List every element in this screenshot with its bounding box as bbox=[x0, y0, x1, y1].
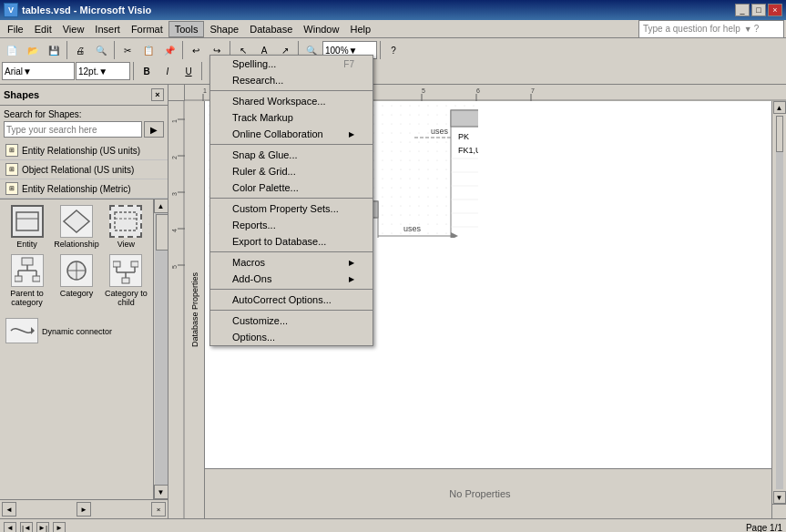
tb-underline[interactable]: U bbox=[179, 61, 199, 81]
tb-italic[interactable]: I bbox=[158, 61, 178, 81]
svg-text:2: 2 bbox=[171, 156, 178, 159]
tb-help[interactable]: ? bbox=[383, 40, 403, 60]
shape-category[interactable]: Category bbox=[52, 252, 101, 309]
menu-online-collaboration[interactable]: Online Collaboration ▶ bbox=[210, 126, 373, 142]
shared-workspace-label: Shared Workspace... bbox=[232, 96, 326, 107]
panel-close-x[interactable]: × bbox=[151, 502, 166, 517]
menu-options[interactable]: Options... bbox=[210, 329, 373, 345]
shapes-panel: Shapes × Search for Shapes: ▶ ⊞ Entity R… bbox=[0, 85, 168, 518]
menu-shared-workspace[interactable]: Shared Workspace... bbox=[210, 93, 373, 109]
page-first[interactable]: |◄ bbox=[20, 522, 33, 533]
menu-spelling[interactable]: Spelling... F7 bbox=[210, 56, 373, 72]
shape-parent-category[interactable]: Parent to category bbox=[4, 252, 50, 309]
menu-custom-property-sets[interactable]: Custom Property Sets... bbox=[210, 200, 373, 217]
shape-dynamic-connector[interactable]: Dynamic connector bbox=[4, 316, 149, 347]
font-selector[interactable]: Arial▼ bbox=[2, 62, 75, 80]
tb-copy[interactable]: 📋 bbox=[138, 40, 158, 60]
add-ons-label: Add-Ons bbox=[232, 273, 271, 284]
svg-text:5: 5 bbox=[171, 265, 178, 269]
menu-help[interactable]: Help bbox=[344, 22, 376, 36]
menu-track-markup[interactable]: Track Markup bbox=[210, 109, 373, 126]
close-button[interactable]: × bbox=[768, 4, 782, 16]
menu-format[interactable]: Format bbox=[126, 22, 168, 36]
help-search-arrow[interactable]: ▼ bbox=[744, 25, 752, 34]
db-properties-label: Database Properties bbox=[190, 272, 199, 347]
menu-ruler-grid[interactable]: Ruler & Grid... bbox=[210, 163, 373, 179]
menu-add-ons[interactable]: Add-Ons ▶ bbox=[210, 271, 373, 287]
svg-rect-53 bbox=[451, 110, 478, 238]
menu-edit[interactable]: Edit bbox=[29, 22, 57, 36]
size-selector[interactable]: 12pt.▼ bbox=[76, 62, 130, 80]
object-relational-label: Object Relational (US units) bbox=[22, 165, 134, 175]
tb-print[interactable]: 🖨 bbox=[70, 40, 90, 60]
tb-cut[interactable]: ✂ bbox=[117, 40, 138, 60]
tb-save[interactable]: 💾 bbox=[44, 40, 64, 60]
page-next[interactable]: ► bbox=[53, 522, 66, 533]
search-button[interactable]: ▶ bbox=[144, 121, 164, 138]
tb-new[interactable]: 📄 bbox=[2, 40, 22, 60]
shape-relationship[interactable]: Relationship bbox=[52, 203, 101, 251]
snap-glue-label: Snap & Glue... bbox=[232, 149, 298, 160]
tb-preview[interactable]: 🔍 bbox=[91, 40, 111, 60]
minimize-button[interactable]: _ bbox=[735, 4, 750, 16]
shape-list-entity-us[interactable]: ⊞ Entity Relationship (US units) bbox=[0, 141, 168, 160]
v-scroll-up[interactable]: ▲ bbox=[773, 101, 786, 114]
help-search-icon[interactable]: ? bbox=[754, 24, 760, 34]
db-properties-tab[interactable]: Database Properties bbox=[185, 101, 205, 518]
menu-reports[interactable]: Reports... bbox=[210, 217, 373, 233]
menu-snap-glue[interactable]: Snap & Glue... bbox=[210, 147, 373, 163]
svg-rect-11 bbox=[33, 276, 40, 281]
page-prev[interactable]: ◄ bbox=[4, 522, 16, 533]
svg-rect-39 bbox=[168, 101, 185, 518]
menu-tools[interactable]: Tools bbox=[168, 21, 205, 37]
tb-undo[interactable]: ↩ bbox=[186, 40, 206, 60]
shape-entity[interactable]: Entity bbox=[4, 203, 50, 251]
panel-nav-right[interactable]: ► bbox=[77, 502, 91, 517]
menu-view[interactable]: View bbox=[57, 22, 90, 36]
status-bar: ◄ |◄ ►| ► Page 1/1 bbox=[0, 518, 786, 532]
panel-close-button[interactable]: × bbox=[151, 88, 164, 101]
tb-open[interactable]: 📂 bbox=[23, 40, 43, 60]
svg-text:uses: uses bbox=[431, 127, 449, 136]
menu-file[interactable]: File bbox=[2, 22, 29, 36]
v-scroll-thumb[interactable] bbox=[776, 116, 783, 152]
tb-paste[interactable]: 📌 bbox=[159, 40, 179, 60]
panel-nav-left[interactable]: ◄ bbox=[2, 502, 16, 517]
v-scroll-down[interactable]: ▼ bbox=[773, 491, 786, 504]
menu-customize[interactable]: Customize... bbox=[210, 312, 373, 329]
shapes-scroll-up[interactable]: ▲ bbox=[154, 199, 168, 213]
object-relational-icon: ⊞ bbox=[5, 163, 18, 176]
export-database-label: Export to Database... bbox=[232, 236, 326, 247]
entity-label: Entity bbox=[16, 240, 37, 249]
dynamic-connector-label: Dynamic connector bbox=[42, 327, 112, 336]
shapes-scrollbar: ▲ ▼ bbox=[153, 199, 168, 499]
menu-shape[interactable]: Shape bbox=[204, 22, 244, 36]
tb-bold[interactable]: B bbox=[137, 61, 157, 81]
menu-window[interactable]: Window bbox=[298, 22, 344, 36]
parent-category-label: Parent to category bbox=[5, 289, 48, 307]
search-input[interactable] bbox=[4, 121, 142, 138]
online-collaboration-label: Online Collaboration bbox=[232, 128, 323, 139]
menu-autocorrect[interactable]: AutoCorrect Options... bbox=[210, 292, 373, 308]
shape-category-child[interactable]: Category to child bbox=[103, 252, 149, 309]
tools-dropdown-menu: Spelling... F7 Research... Shared Worksp… bbox=[209, 55, 373, 346]
shape-view[interactable]: View bbox=[103, 203, 149, 251]
search-label: Search for Shapes: bbox=[4, 109, 164, 119]
customize-label: Customize... bbox=[232, 315, 288, 326]
menu-macros[interactable]: Macros ▶ bbox=[210, 254, 373, 271]
svg-marker-22 bbox=[31, 327, 35, 334]
menu-export-database[interactable]: Export to Database... bbox=[210, 233, 373, 250]
menu-color-palette[interactable]: Color Palette... bbox=[210, 179, 373, 196]
shape-list-entity-metric[interactable]: ⊞ Entity Relationship (Metric) bbox=[0, 179, 168, 199]
profile-table[interactable]: Profile PK FK1,U1 ProfileID PresenceID D… bbox=[451, 110, 478, 238]
category-child-icon bbox=[109, 254, 142, 287]
menu-insert[interactable]: Insert bbox=[89, 22, 126, 36]
shapes-scroll-thumb[interactable] bbox=[156, 214, 168, 251]
shapes-scroll-down[interactable]: ▼ bbox=[154, 485, 168, 499]
menu-database[interactable]: Database bbox=[244, 22, 298, 36]
help-search-box[interactable]: Type a question for help ▼ ? bbox=[638, 20, 784, 38]
shape-list-object-relational[interactable]: ⊞ Object Relational (US units) bbox=[0, 160, 168, 179]
page-last[interactable]: ►| bbox=[36, 522, 49, 533]
menu-research[interactable]: Research... bbox=[210, 72, 373, 88]
maximize-button[interactable]: □ bbox=[751, 4, 766, 16]
